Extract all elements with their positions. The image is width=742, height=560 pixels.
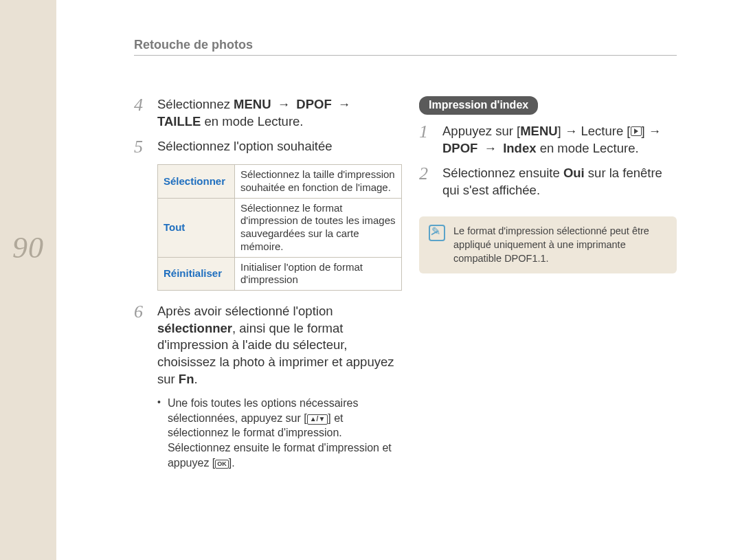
step-number: 6 (134, 303, 148, 388)
step-number: 2 (419, 165, 433, 199)
step-1: 1 Appuyez sur [MENU] → Lecture [] → DPOF… (419, 123, 677, 157)
option-desc: Initialiser l'option de format d'impress… (235, 257, 402, 291)
left-side-band (0, 0, 56, 560)
manual-page: 90 Retouche de photos 4 Sélectionnez MEN… (0, 0, 742, 560)
right-column: Impression d'index 1 Appuyez sur [MENU] … (419, 96, 677, 470)
options-table: Sélectionner Sélectionnez la taille d'im… (157, 164, 402, 291)
step-4: 4 Sélectionnez MENU → DPOF → TAILLE en m… (134, 96, 395, 130)
step-2: 2 Sélectionnez ensuite Oui sur la fenêtr… (419, 165, 677, 199)
step-text: Appuyez sur [MENU] → Lecture [] → DPOF →… (442, 123, 677, 157)
option-label: Réinitialiser (158, 257, 235, 291)
playback-icon (631, 126, 642, 136)
step-text: Sélectionnez ensuite Oui sur la fenêtre … (442, 165, 677, 199)
sub-bullet: • Une fois toutes les options nécessaire… (157, 396, 395, 470)
note-box: Le format d'impression sélectionné peut … (419, 216, 677, 273)
bullet-text: Une fois toutes les options nécessaires … (168, 396, 395, 470)
table-row: Sélectionner Sélectionnez la taille d'im… (158, 165, 402, 199)
step-6: 6 Après avoir sélectionné l'option sélec… (134, 303, 395, 388)
section-header: Retouche de photos (134, 38, 253, 52)
content-columns: 4 Sélectionnez MENU → DPOF → TAILLE en m… (134, 96, 677, 470)
step-text: Après avoir sélectionné l'option sélecti… (157, 303, 395, 388)
option-label: Sélectionner (158, 165, 235, 199)
left-column: 4 Sélectionnez MENU → DPOF → TAILLE en m… (134, 96, 395, 470)
step-text: Sélectionnez l'option souhaitée (157, 138, 333, 156)
note-icon (429, 225, 445, 241)
bullet-dot: • (157, 396, 161, 470)
step-number: 5 (134, 138, 148, 156)
option-label: Tout (158, 198, 235, 257)
page-number: 90 (12, 230, 44, 265)
table-row: Réinitialiser Initialiser l'option de fo… (158, 257, 402, 291)
step-text: Sélectionnez MENU → DPOF → TAILLE en mod… (157, 96, 395, 130)
step-number: 4 (134, 96, 148, 130)
subsection-pill: Impression d'index (419, 96, 538, 115)
up-down-arrows-icon: ▲/▼ (307, 414, 328, 425)
table-row: Tout Sélectionnez le format d'impression… (158, 198, 402, 257)
header-rule (134, 55, 677, 56)
option-desc: Sélectionnez la taille d'impression souh… (235, 165, 402, 199)
note-text: Le format d'impression sélectionné peut … (453, 225, 667, 265)
step-number: 1 (419, 123, 433, 157)
ok-button-icon: OK (215, 460, 229, 469)
option-desc: Sélectionnez le format d'impression de t… (235, 198, 402, 257)
step-5: 5 Sélectionnez l'option souhaitée (134, 138, 395, 156)
